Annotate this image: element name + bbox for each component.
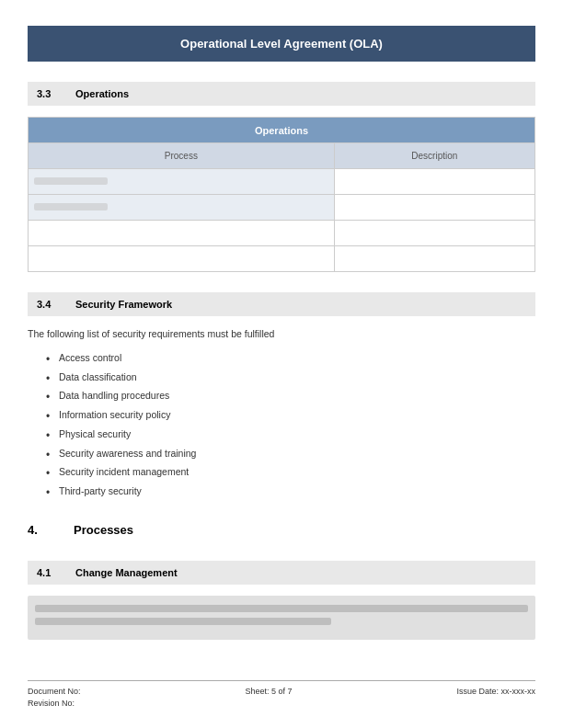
section-3-4-title: Security Framework [75,299,172,310]
table-cell-2-1 [29,195,335,221]
table-row [29,195,535,221]
list-item: Data handling procedures [46,389,535,404]
doc-no-label: Document No: [28,687,81,696]
list-item: Third-party security [46,484,535,499]
page-title: Operational Level Agreement (OLA) [28,26,535,62]
table-main-header: Operations [29,118,535,143]
desc-line-1 [35,605,528,612]
table-cell-1-2 [334,169,534,195]
table-row [29,246,535,272]
section-4-title: Processes [74,523,133,537]
table-row [29,221,535,246]
section-4-1-header: 4.1 Change Management [28,561,535,585]
list-item-security-incident: Security incident management [46,465,535,480]
operations-table: Operations Process Description [28,117,535,272]
table-row [29,169,535,195]
col-header-description: Description [334,143,534,169]
table-cell-4-2 [334,246,534,272]
section-3-3-header: 3.3 Operations [28,82,535,106]
security-intro-text: The following list of security requireme… [28,327,535,342]
blurred-content [34,177,108,185]
security-requirements-list: Access control Data classification Data … [28,351,535,499]
desc-line-2 [35,618,331,625]
table-cell-3-1 [29,221,335,246]
table-cell-1-1 [29,169,335,195]
blurred-content [34,203,108,210]
table-cell-3-2 [334,221,534,246]
section-3-4-header: 3.4 Security Framework [28,292,535,316]
change-management-description [28,596,535,640]
sheet-info: Sheet: 5 of 7 [245,687,292,696]
list-item-physical-security: Physical security [46,427,535,442]
section-4-header: 4. Processes [28,519,535,540]
col-header-process: Process [29,143,335,169]
list-item: Information security policy [46,408,535,423]
page: Operational Level Agreement (OLA) 3.3 Op… [0,0,563,728]
list-item: Data classification [46,370,535,385]
section-4-number: 4. [28,523,55,537]
section-4-1-number: 4.1 [37,567,63,578]
list-item: Security awareness and training [46,447,535,461]
section-3-3-number: 3.3 [37,88,63,99]
table-cell-4-1 [29,246,335,272]
section-3-4-number: 3.4 [37,299,63,310]
list-item: Access control [46,351,535,366]
section-4-1-title: Change Management [75,567,178,578]
page-footer: Document No: Revision No: Sheet: 5 of 7 … [28,680,535,708]
table-cell-2-2 [334,195,534,221]
issue-date: Issue Date: xx-xxx-xx [456,687,535,696]
footer-left: Document No: Revision No: [28,687,81,708]
revision-label: Revision No: [28,699,81,708]
section-3-3-title: Operations [75,88,129,99]
content-area: 3.3 Operations Operations Process Descri… [0,82,563,640]
